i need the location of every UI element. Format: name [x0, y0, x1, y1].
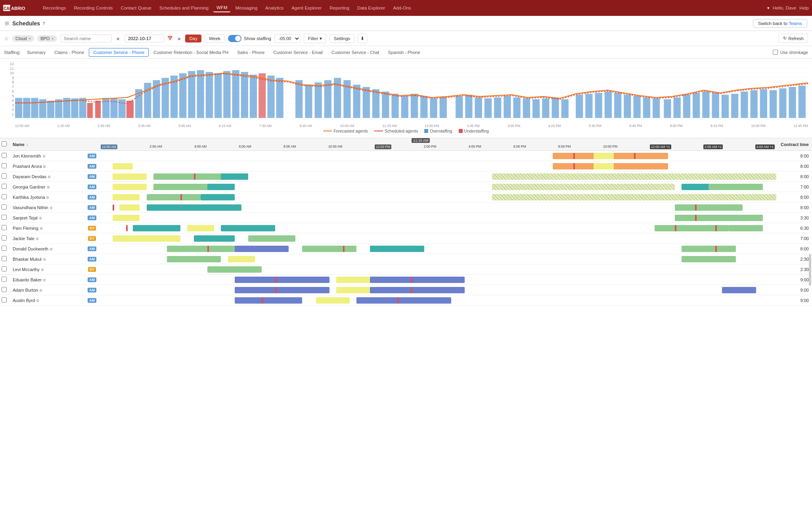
- use-shrinkage-checkbox[interactable]: [773, 50, 778, 55]
- row-checkbox[interactable]: [2, 246, 7, 251]
- tab-customer-retention[interactable]: Customer Retention - Social Media PH: [149, 48, 232, 56]
- agent-timeline[interactable]: [99, 192, 776, 202]
- favorite-button[interactable]: ☆: [4, 35, 9, 42]
- contract-time: 3:30: [776, 216, 812, 220]
- nav-add-ons[interactable]: Add-Ons: [390, 4, 414, 12]
- nav-data-explorer[interactable]: Data Explorer: [354, 4, 388, 12]
- export-button[interactable]: ⬇: [358, 34, 367, 43]
- agent-timeline[interactable]: [99, 182, 776, 192]
- agent-timeline[interactable]: [99, 213, 776, 223]
- agent-name: Adam Burton ⚙: [10, 288, 85, 292]
- agent-name: Jon Kleinsmith ⚙: [10, 154, 85, 158]
- y-label-9: 9: [4, 76, 15, 80]
- row-checkbox[interactable]: [2, 287, 7, 292]
- date-picker[interactable]: [124, 35, 164, 42]
- tab-spanish-phone[interactable]: Spanish - Phone: [384, 48, 424, 56]
- row-checkbox[interactable]: [2, 215, 7, 220]
- svg-rect-18: [55, 99, 62, 118]
- svg-rect-58: [420, 96, 427, 118]
- svg-rect-69: [532, 99, 540, 118]
- svg-rect-22: [87, 103, 93, 118]
- row-checkbox[interactable]: [2, 194, 7, 199]
- help-icon[interactable]: ?: [42, 21, 45, 26]
- nav-schedules-planning[interactable]: Schedules and Planning: [156, 4, 212, 12]
- x-label-115am: 1:15 AM: [57, 124, 70, 128]
- next-date-button[interactable]: »: [176, 35, 182, 42]
- time-label-8am: 8:00 AM: [283, 144, 296, 149]
- agent-timeline[interactable]: [99, 244, 776, 254]
- agent-timeline[interactable]: [99, 233, 776, 244]
- svg-rect-62: [465, 95, 472, 118]
- contract-time: 8:00: [776, 246, 812, 251]
- select-all-checkbox[interactable]: [2, 141, 7, 146]
- agent-timeline[interactable]: [99, 202, 776, 213]
- top-navigation: CAL ABRIO Recordings Recording Controls …: [0, 0, 812, 16]
- row-checkbox[interactable]: [2, 163, 7, 168]
- prev-date-button[interactable]: «: [115, 35, 121, 42]
- type-badge: AM: [88, 277, 96, 282]
- agent-timeline[interactable]: [99, 161, 776, 171]
- x-label-1115am: 11:15 AM: [382, 124, 396, 128]
- table-row: Prashant Arora ⚙ AM 8:00: [0, 161, 812, 171]
- nav-recording-controls[interactable]: Recording Controls: [71, 4, 116, 12]
- row-checkbox[interactable]: [2, 235, 7, 241]
- nav-contact-queue[interactable]: Contact Queue: [118, 4, 155, 12]
- nav-help[interactable]: Help: [799, 6, 809, 10]
- calendar-icon[interactable]: 📅: [167, 36, 173, 41]
- filter-button[interactable]: Filter ▾: [304, 34, 326, 43]
- y-label-5: 5: [4, 94, 15, 98]
- row-checkbox[interactable]: [2, 184, 7, 189]
- scrollbar[interactable]: [809, 254, 811, 286]
- switch-teams-button[interactable]: Switch back to Switch back to TeamsTeams: [753, 19, 807, 28]
- agent-timeline[interactable]: [99, 223, 776, 233]
- row-checkbox[interactable]: [2, 297, 7, 302]
- filter-bar: ☆ Cloud × BPO × « 📅 » Day Week Show staf…: [0, 31, 812, 46]
- agent-timeline[interactable]: [99, 285, 776, 295]
- agent-timeline[interactable]: [99, 171, 776, 182]
- nav-wfm[interactable]: WFM: [213, 4, 230, 12]
- row-checkbox[interactable]: [2, 266, 7, 271]
- tab-claims-phone[interactable]: Claims - Phone: [50, 48, 88, 56]
- sort-icon[interactable]: ↕: [26, 142, 29, 147]
- show-staffing-toggle[interactable]: [228, 35, 241, 42]
- row-checkbox[interactable]: [2, 225, 7, 230]
- chart-legend: Forecasted agents Scheduled agents Overs…: [4, 129, 808, 133]
- agent-timeline[interactable]: [99, 254, 776, 264]
- agent-timeline[interactable]: [99, 275, 776, 285]
- tab-summary[interactable]: Summary: [23, 48, 50, 56]
- nav-messaging[interactable]: Messaging: [232, 4, 260, 12]
- tab-customer-service-phone[interactable]: Customer Service - Phone: [89, 48, 149, 57]
- type-badge: AM: [88, 205, 96, 210]
- settings-button[interactable]: Settings: [329, 34, 355, 43]
- tab-customer-service-chat[interactable]: Customer Service - Chat: [327, 48, 383, 56]
- search-input[interactable]: [60, 35, 112, 42]
- contract-time: 8:00: [776, 154, 812, 158]
- nav-reporting[interactable]: Reporting: [326, 4, 352, 12]
- refresh-button[interactable]: ↻ Refresh: [779, 34, 808, 43]
- remove-cloud-tag[interactable]: ×: [29, 36, 31, 41]
- agent-timeline[interactable]: [99, 264, 776, 275]
- svg-rect-37: [214, 73, 222, 118]
- contract-time: 8:00: [776, 174, 812, 179]
- nav-recordings[interactable]: Recordings: [40, 4, 69, 12]
- name-column-header[interactable]: Name ↕: [10, 142, 85, 147]
- agent-timeline[interactable]: [99, 295, 776, 306]
- row-checkbox[interactable]: [2, 153, 7, 158]
- nav-agent-explorer[interactable]: Agent Explorer: [288, 4, 325, 12]
- nav-more-dropdown[interactable]: ▾: [767, 6, 770, 11]
- agent-timeline[interactable]: [99, 151, 776, 161]
- remove-bpo-tag[interactable]: ×: [51, 36, 54, 41]
- week-view-button[interactable]: Week: [205, 34, 225, 43]
- nav-analytics[interactable]: Analytics: [262, 4, 287, 12]
- timezone-select[interactable]: -05:00: [274, 34, 301, 43]
- nav-user[interactable]: Hello, Dave: [773, 6, 796, 10]
- tab-customer-service-email[interactable]: Customer Service - Email: [269, 48, 327, 56]
- row-checkbox[interactable]: [2, 204, 7, 210]
- time-label-12pm: 12:00 PM: [375, 144, 391, 149]
- tab-sales-phone[interactable]: Sales - Phone: [233, 48, 268, 56]
- svg-rect-41: [250, 75, 257, 118]
- row-checkbox[interactable]: [2, 173, 7, 179]
- day-view-button[interactable]: Day: [185, 35, 201, 42]
- row-checkbox[interactable]: [2, 256, 7, 261]
- row-checkbox[interactable]: [2, 277, 7, 282]
